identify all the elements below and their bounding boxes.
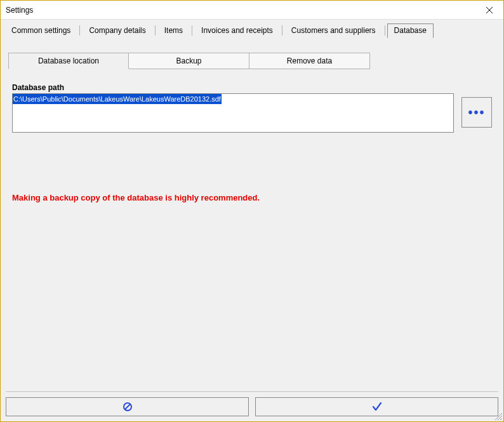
window-title: Settings xyxy=(6,6,475,15)
resize-grip-icon[interactable] xyxy=(494,412,503,421)
database-path-value: C:\Users\Public\Documents\LakeusWare\Lak… xyxy=(13,94,222,104)
settings-window: Settings Common settings Company details… xyxy=(0,0,504,422)
browse-button[interactable]: ••• xyxy=(461,97,492,128)
tab-separator xyxy=(282,25,282,36)
svg-line-6 xyxy=(500,418,502,420)
tab-separator xyxy=(385,25,385,36)
tab-customers-suppliers[interactable]: Customers and suppliers xyxy=(284,23,383,37)
tab-invoices-receipts[interactable]: Invoices and receipts xyxy=(194,23,280,37)
footer-separator xyxy=(6,392,498,392)
check-icon xyxy=(371,401,383,412)
subtab-backup[interactable]: Backup xyxy=(129,53,249,69)
tab-items[interactable]: Items xyxy=(157,23,190,37)
footer-buttons xyxy=(6,397,498,416)
tab-separator xyxy=(79,25,80,36)
titlebar: Settings xyxy=(1,1,503,20)
tab-database[interactable]: Database xyxy=(387,23,434,38)
subtab-database-location[interactable]: Database location xyxy=(8,53,129,69)
ellipsis-icon: ••• xyxy=(468,105,485,120)
tab-content: Database path C:\Users\Public\Documents\… xyxy=(1,69,503,202)
main-tabs: Common settings Company details Items In… xyxy=(1,20,503,36)
close-icon xyxy=(486,7,493,13)
database-path-input[interactable]: C:\Users\Public\Documents\LakeusWare\Lak… xyxy=(12,93,454,133)
cancel-icon xyxy=(123,402,133,412)
tab-common-settings[interactable]: Common settings xyxy=(4,23,77,37)
tab-company-details[interactable]: Company details xyxy=(82,23,152,37)
tab-separator xyxy=(192,25,192,36)
ok-button[interactable] xyxy=(255,397,498,416)
dialog-footer xyxy=(6,392,498,416)
database-path-label: Database path xyxy=(12,83,492,92)
database-path-row: C:\Users\Public\Documents\LakeusWare\Lak… xyxy=(12,93,492,133)
svg-line-3 xyxy=(124,404,129,409)
sub-tabs: Database location Backup Remove data xyxy=(8,53,496,69)
tab-separator xyxy=(155,25,156,36)
svg-line-5 xyxy=(498,416,502,420)
cancel-button[interactable] xyxy=(6,397,249,416)
backup-warning: Making a backup copy of the database is … xyxy=(12,193,492,202)
subtab-remove-data[interactable]: Remove data xyxy=(249,53,370,69)
close-button[interactable] xyxy=(475,1,503,20)
